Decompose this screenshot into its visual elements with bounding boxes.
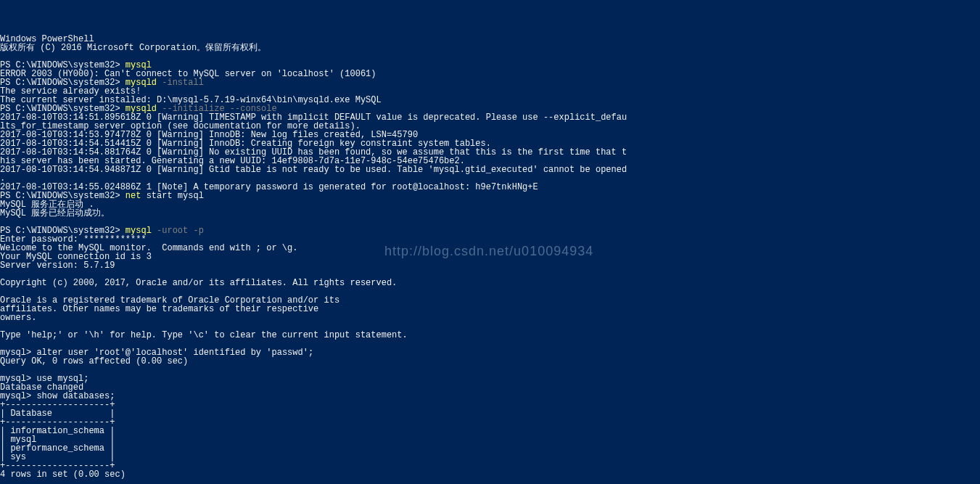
copyright-line: 版权所有 (C) 2016 Microsoft Corporation。保留所有…	[0, 43, 266, 53]
terminal[interactable]: Windows PowerShell 版权所有 (C) 2016 Microso…	[0, 35, 980, 484]
rows-in-set: 4 rows in set (0.00 sec)	[0, 469, 125, 480]
net-start-2: MySQL 服务已经启动成功。	[0, 208, 110, 218]
cmd-net: net	[125, 191, 141, 201]
help-line: Type 'help;' or '\h' for help. Type '\c'…	[0, 330, 408, 340]
server-version: Server version: 5.7.19	[0, 261, 115, 271]
trademark: affiliates. Other names may be trademark…	[0, 304, 318, 314]
arg-net: start mysql	[141, 191, 203, 201]
arg-install: -install	[157, 78, 204, 88]
query-ok: Query OK, 0 rows affected (0.00 sec)	[0, 356, 188, 366]
arg-login: -uroot -p	[152, 226, 204, 236]
warn-line: 2017-08-10T03:14:54.948871Z 0 [Warning] …	[0, 165, 627, 175]
copyright: Copyright (c) 2000, 2017, Oracle and/or …	[0, 278, 397, 288]
trademark: owners.	[0, 313, 36, 323]
